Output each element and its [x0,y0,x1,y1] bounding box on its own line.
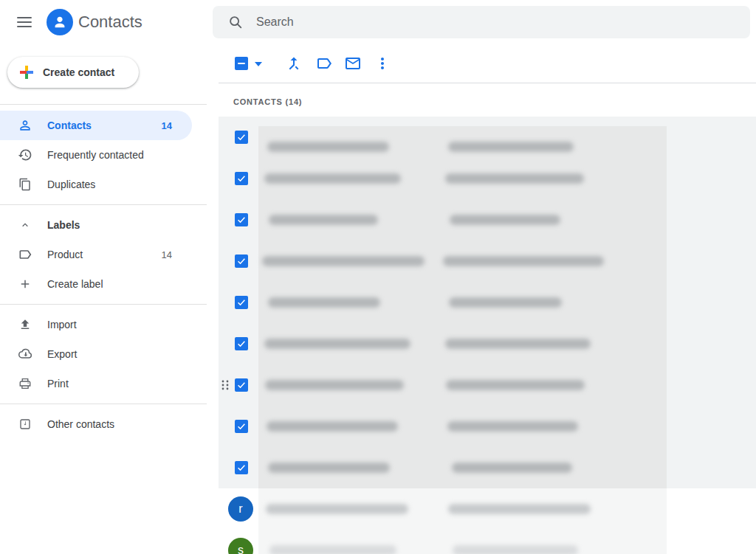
check-icon [236,256,247,266]
sidebar-divider [0,404,207,404]
contact-avatar[interactable]: s [228,538,253,554]
redacted-name [265,380,404,390]
sidebar-item-label-product[interactable]: Product 14 [0,240,207,269]
sidebar-item-duplicates[interactable]: Duplicates [0,170,207,199]
sidebar-divider [0,304,207,305]
select-all-checkbox[interactable] [235,57,248,70]
contact-row[interactable] [219,117,756,158]
print-icon [18,376,32,391]
check-icon [236,215,247,225]
create-contact-label: Create contact [43,66,114,78]
row-checkbox[interactable] [235,337,248,350]
search-input[interactable] [255,15,750,30]
plus-icon [18,277,32,291]
redacted-name [262,256,425,266]
contact-row[interactable] [219,364,756,406]
google-contacts-window: Contacts Create contact Contacts 14 [0,0,756,554]
duplicates-icon [18,177,32,192]
selection-caret-icon[interactable] [255,62,262,66]
redaction-band [258,282,667,323]
sidebar-item-create-label[interactable]: Create label [0,269,207,299]
redaction-band [258,126,667,158]
sidebar-labels-header[interactable]: Labels [0,210,207,240]
check-icon [236,380,247,390]
redacted-name [269,545,396,554]
contact-row[interactable]: r [219,488,756,530]
sidebar-item-frequently-contacted[interactable]: Frequently contacted [0,140,207,170]
label-product-count: 14 [162,249,172,260]
row-checkbox[interactable] [235,131,248,144]
topbar: Contacts [0,0,207,44]
sidebar: Create contact Contacts 14 Frequently co… [0,44,207,554]
row-checkbox[interactable] [235,213,248,226]
redaction-band [258,240,667,282]
redacted-email [447,421,578,432]
merge-icon[interactable] [285,55,303,72]
search-bar[interactable] [213,6,750,38]
redacted-email [448,504,591,514]
sidebar-item-export[interactable]: Export [0,339,207,369]
person-glyph [52,14,68,30]
contact-row[interactable]: s [219,530,756,554]
check-icon [236,132,247,142]
redacted-email [443,256,604,266]
contact-row[interactable] [219,282,756,323]
redaction-band [258,323,667,364]
history-icon [18,148,32,162]
redacted-email [445,173,584,184]
row-checkbox[interactable] [235,420,248,433]
sidebar-item-print[interactable]: Print [0,369,207,398]
contact-row[interactable] [219,240,756,282]
redacted-name [267,421,398,432]
sidebar-item-import[interactable]: Import [0,310,207,339]
check-icon [236,297,247,308]
contact-avatar[interactable]: r [228,496,253,522]
redaction-band [258,447,667,488]
export-icon [18,347,32,361]
redacted-name [267,142,389,152]
main-menu-button[interactable] [8,6,41,38]
redacted-email [445,339,591,349]
row-checkbox[interactable] [235,461,248,474]
sidebar-item-contacts[interactable]: Contacts 14 [0,111,192,140]
create-contact-button[interactable]: Create contact [7,57,139,88]
redacted-email [449,297,562,308]
more-vertical-icon[interactable] [374,55,391,72]
redacted-email [453,545,578,554]
drag-handle[interactable] [221,379,231,391]
contacts-logo-icon[interactable] [47,9,73,35]
redacted-name [268,297,380,308]
redacted-email [446,380,585,390]
row-checkbox[interactable] [235,255,248,268]
main-content: CONTACTS (14) rs [219,44,756,554]
label-icon[interactable] [315,55,333,72]
other-contacts-icon [18,417,32,432]
contact-row[interactable] [219,323,756,364]
row-checkbox[interactable] [235,172,248,185]
import-icon [18,317,32,332]
label-icon [18,247,32,262]
row-checkbox[interactable] [235,378,248,392]
contact-row[interactable] [219,406,756,447]
redaction-band [258,199,667,240]
search-icon [227,14,244,30]
contact-row[interactable] [219,447,756,488]
redacted-name [264,339,410,349]
check-icon [236,339,247,349]
contacts-count: 14 [162,120,172,131]
sidebar-item-other-contacts[interactable]: Other contacts [0,409,207,439]
contact-row[interactable] [219,199,756,240]
chevron-up-icon [18,218,32,232]
contact-row[interactable] [219,158,756,199]
redacted-name [268,463,390,473]
redacted-email [452,463,572,473]
redacted-name [266,504,408,514]
redaction-band [258,406,667,447]
selection-toolbar [219,44,756,83]
redacted-email [448,142,574,152]
hamburger-icon [17,17,32,18]
email-icon[interactable] [344,55,362,72]
create-plus-icon [20,66,33,79]
row-checkbox[interactable] [235,296,248,309]
check-icon [236,463,247,473]
